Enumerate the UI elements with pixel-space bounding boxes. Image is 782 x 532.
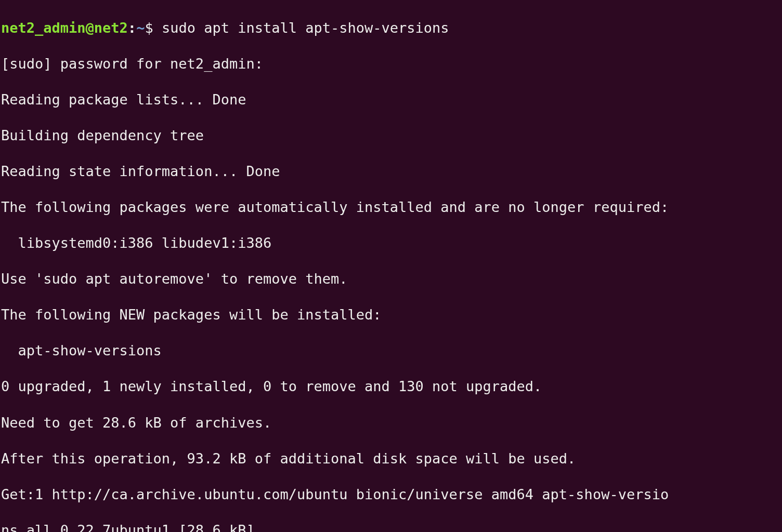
terminal[interactable]: net2_admin@net2:~$ sudo apt install apt-… [0,0,782,532]
output-line: After this operation, 93.2 kB of additio… [1,450,781,468]
prompt-at: @ [86,20,94,36]
command-1: sudo apt install apt-show-versions [162,20,449,36]
output-line: Use 'sudo apt autoremove' to remove them… [1,270,781,288]
prompt-dollar: $ [145,20,162,36]
prompt-line-1: net2_admin@net2:~$ sudo apt install apt-… [1,19,781,37]
output-line: The following packages were automaticall… [1,198,781,217]
output-line: Building dependency tree [1,127,781,145]
prompt-path: ~ [136,20,145,36]
prompt-user: net2_admin [1,20,86,36]
output-line: ns all 0.22.7ubuntu1 [28.6 kB] [1,522,781,532]
output-line: Reading package lists... Done [1,91,781,109]
output-line: 0 upgraded, 1 newly installed, 0 to remo… [1,378,781,396]
output-line: The following NEW packages will be insta… [1,306,781,324]
output-line: Reading state information... Done [1,163,781,181]
output-line: [sudo] password for net2_admin: [1,55,781,73]
prompt-host: net2 [94,20,128,36]
output-line: Get:1 http://ca.archive.ubuntu.com/ubunt… [1,486,781,504]
prompt-colon: : [128,20,136,36]
output-line: Need to get 28.6 kB of archives. [1,414,781,432]
output-line: apt-show-versions [1,342,781,360]
output-line: libsystemd0:i386 libudev1:i386 [1,234,781,252]
